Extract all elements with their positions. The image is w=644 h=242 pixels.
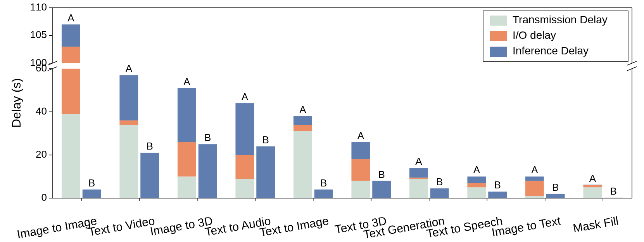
bar-group-label: B — [88, 177, 95, 189]
bar-segment — [235, 155, 254, 179]
bar-segment — [235, 103, 254, 155]
bar-segment — [119, 120, 138, 125]
bar-group-label: B — [610, 185, 616, 197]
bar-segment — [409, 179, 428, 198]
bar-segment — [178, 88, 196, 142]
bar-segment — [62, 114, 80, 198]
x-category-label: Mask Fill — [572, 214, 619, 235]
bar-segment — [467, 176, 486, 183]
bar-segment — [467, 187, 486, 198]
bar-segment — [409, 168, 428, 178]
bar-segment — [294, 125, 312, 131]
x-category-label: Text to Video — [88, 214, 156, 239]
bar-group-label: B — [436, 176, 443, 188]
bar-segment — [351, 159, 370, 181]
bar-group-label: A — [531, 164, 538, 176]
bar-segment — [488, 192, 507, 198]
bar-segment — [525, 176, 544, 181]
bar-group-label: B — [146, 140, 153, 152]
bar-segment — [294, 116, 312, 125]
bar-segment — [235, 179, 254, 198]
bar-segment — [430, 188, 449, 198]
y-tick-label: 0 — [41, 192, 47, 203]
bar-segment — [178, 142, 196, 177]
legend-swatch — [490, 31, 507, 41]
legend-swatch — [490, 16, 507, 26]
bar-group-label: A — [67, 12, 74, 24]
bar-segment — [62, 47, 80, 63]
bar-segment — [199, 144, 217, 198]
bar-segment — [467, 183, 486, 187]
bar-group-label: A — [242, 91, 249, 103]
bar-segment — [546, 194, 565, 198]
bar-segment — [409, 178, 428, 179]
bar-segment — [62, 24, 80, 47]
legend-label: Transmission Delay — [513, 14, 608, 26]
y-tick-label: 105 — [30, 29, 47, 40]
bar-group-label: B — [494, 179, 501, 191]
bar-segment — [583, 187, 602, 198]
bar-group-label: A — [299, 104, 306, 115]
bar-segment — [372, 181, 391, 198]
bar-group-label: A — [473, 164, 480, 176]
bar-segment — [256, 146, 275, 198]
bar-group-label: A — [415, 155, 422, 167]
bar-segment — [178, 176, 196, 198]
y-tick-label: 20 — [36, 148, 47, 160]
bar-segment — [525, 196, 544, 198]
bar-segment — [351, 142, 370, 159]
bar-group-label: B — [204, 132, 211, 143]
bar-group-label: B — [262, 134, 269, 146]
bar-segment — [604, 198, 623, 198]
legend-label: Inference Delay — [513, 45, 589, 57]
y-tick-label: 100 — [30, 57, 47, 68]
bar-segment — [119, 125, 138, 198]
y-tick-label: 110 — [30, 1, 47, 13]
legend-label: I/O delay — [513, 29, 556, 41]
bar-group-label: A — [357, 130, 364, 141]
bar-segment — [351, 181, 370, 198]
bar-segment — [314, 190, 333, 198]
legend-swatch — [490, 47, 507, 57]
y-axis-label: Delay (s) — [9, 78, 23, 128]
bar-segment — [583, 185, 602, 185]
y-tick-label: 40 — [36, 105, 47, 117]
chart-svg: 0204060100105110Delay (s)ABImage to Imag… — [0, 0, 644, 242]
bar-segment — [525, 181, 544, 196]
bar-group-label: A — [589, 172, 596, 184]
delay-stacked-bar-chart: 0204060100105110Delay (s)ABImage to Imag… — [0, 0, 644, 242]
bar-segment — [62, 69, 80, 114]
bar-group-label: A — [126, 63, 133, 74]
bar-group-label: A — [183, 76, 190, 87]
bar-group-label: B — [552, 181, 559, 193]
bar-segment — [119, 75, 138, 120]
bar-group-label: B — [320, 177, 327, 189]
bar-segment — [583, 185, 602, 188]
bar-segment — [83, 190, 101, 198]
x-category-label: Image to Image — [16, 214, 98, 241]
bar-group-label: B — [378, 169, 385, 180]
bar-segment — [140, 153, 159, 198]
bar-segment — [294, 131, 312, 198]
